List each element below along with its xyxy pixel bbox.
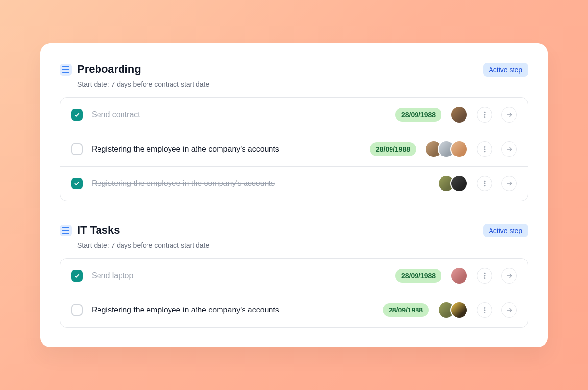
svg-point-14 [484, 312, 485, 312]
section-subtitle: Start date: 7 days before contract start… [77, 241, 209, 249]
task-title: Registering the employee in athe company… [92, 145, 361, 154]
task-date: 28/09/1988 [395, 269, 441, 283]
task-checkbox[interactable] [71, 178, 83, 189]
task-date: 28/09/1988 [395, 108, 441, 122]
task-checkbox[interactable] [71, 143, 83, 155]
task-list: Send laptop28/09/1988Registering the emp… [60, 258, 528, 328]
task-row: Registering the employee in the company'… [60, 166, 528, 201]
list-icon [60, 64, 72, 76]
svg-point-5 [484, 151, 485, 152]
active-step-badge: Active step [483, 224, 528, 237]
svg-point-11 [484, 277, 485, 278]
task-row: Registering the employee in athe company… [60, 132, 528, 166]
active-step-badge: Active step [483, 63, 528, 77]
avatar [450, 106, 468, 124]
task-date: 28/09/1988 [370, 142, 416, 156]
svg-point-8 [484, 185, 485, 186]
task-title: Registering the employee in athe company… [92, 306, 374, 314]
task-row: Registering the employee in athe company… [60, 293, 528, 327]
avatar [450, 301, 468, 319]
task-title: Send laptop [92, 271, 387, 280]
more-button[interactable] [477, 107, 492, 123]
avatar [450, 175, 468, 192]
task-checkbox[interactable] [71, 270, 83, 282]
section-header: PreboardingStart date: 7 days before con… [60, 63, 528, 88]
task-date: 28/09/1988 [383, 303, 429, 317]
more-button[interactable] [477, 141, 492, 157]
svg-point-1 [484, 114, 485, 115]
svg-point-4 [484, 149, 485, 150]
task-row: Send laptop28/09/1988 [60, 259, 528, 293]
task-row: Send contract28/09/1988 [60, 98, 528, 132]
task-checkbox[interactable] [71, 109, 83, 121]
section-title: Preboarding [77, 63, 209, 76]
list-icon [60, 225, 72, 236]
svg-point-13 [484, 310, 485, 311]
task-assignees [425, 140, 468, 158]
avatar [450, 267, 468, 285]
svg-point-7 [484, 183, 485, 184]
task-list: Send contract28/09/1988Registering the e… [60, 97, 528, 201]
open-button[interactable] [501, 176, 517, 191]
section-header: IT TasksStart date: 7 days before contra… [60, 224, 528, 249]
task-assignees [450, 267, 468, 285]
task-checkbox[interactable] [71, 304, 83, 316]
task-assignees [438, 301, 468, 319]
task-assignees [438, 175, 468, 192]
svg-point-10 [484, 275, 485, 276]
more-button[interactable] [477, 268, 492, 284]
svg-point-12 [484, 307, 485, 308]
section-title: IT Tasks [77, 224, 209, 236]
svg-point-3 [484, 146, 485, 147]
more-button[interactable] [477, 302, 492, 318]
section: PreboardingStart date: 7 days before con… [60, 63, 528, 201]
svg-point-9 [484, 273, 485, 274]
task-title: Send contract [92, 110, 387, 119]
section: IT TasksStart date: 7 days before contra… [60, 224, 528, 328]
task-title: Registering the employee in the company'… [92, 179, 429, 188]
avatar [450, 140, 468, 158]
task-assignees [450, 106, 468, 124]
open-button[interactable] [501, 107, 517, 123]
svg-point-6 [484, 181, 485, 182]
svg-point-2 [484, 116, 485, 117]
open-button[interactable] [501, 268, 517, 284]
workflow-card: PreboardingStart date: 7 days before con… [40, 43, 548, 347]
open-button[interactable] [501, 302, 517, 318]
open-button[interactable] [501, 141, 517, 157]
section-subtitle: Start date: 7 days before contract start… [77, 80, 209, 88]
svg-point-0 [484, 112, 485, 113]
more-button[interactable] [477, 176, 492, 191]
